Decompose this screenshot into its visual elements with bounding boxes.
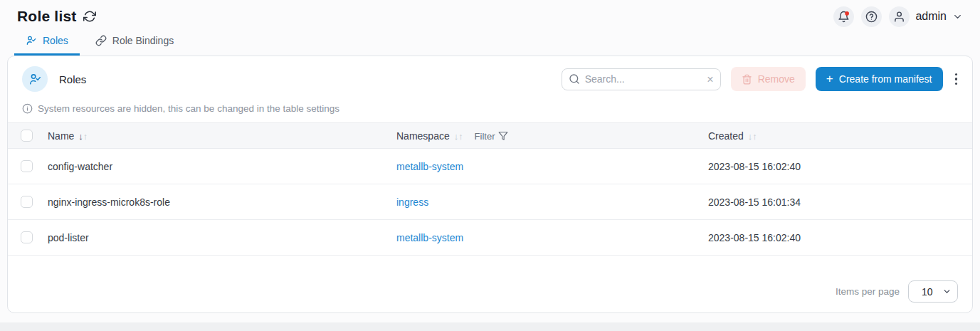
items-per-page-label: Items per page bbox=[836, 286, 900, 297]
bell-icon bbox=[838, 11, 850, 23]
create-from-manifest-button[interactable]: + Create from manifest bbox=[816, 67, 943, 91]
row-checkbox[interactable] bbox=[21, 160, 33, 172]
info-icon bbox=[22, 103, 33, 114]
search-input[interactable] bbox=[562, 68, 721, 90]
tab-roles-label: Roles bbox=[43, 35, 68, 46]
info-line: System resources are hidden, this can be… bbox=[8, 96, 972, 122]
row-checkbox[interactable] bbox=[21, 196, 33, 208]
person-check-icon bbox=[28, 73, 42, 86]
sort-icon-name[interactable]: ↓↑ bbox=[78, 131, 88, 142]
tab-roles[interactable]: Roles bbox=[14, 29, 80, 56]
plus-icon: + bbox=[826, 72, 833, 86]
namespace-link[interactable]: ingress bbox=[396, 196, 428, 208]
column-header-created[interactable]: Created↓↑ bbox=[708, 123, 972, 149]
tab-bar: Roles Role Bindings bbox=[0, 30, 980, 56]
tab-role-bindings-label: Role Bindings bbox=[112, 35, 174, 46]
page: Role list bbox=[0, 0, 980, 322]
top-bar: Role list bbox=[0, 0, 980, 30]
user-avatar bbox=[889, 6, 910, 27]
created-cell: 2023-08-15 16:01:34 bbox=[708, 184, 972, 220]
table-header-row: Name↓↑ Namespace↓↑ Filter Created↓↑ bbox=[8, 123, 972, 149]
question-icon bbox=[865, 11, 878, 23]
funnel-icon bbox=[498, 131, 508, 141]
notifications-button[interactable] bbox=[833, 6, 854, 27]
roles-icon-badge bbox=[22, 66, 48, 92]
role-name-cell: pod-lister bbox=[48, 220, 396, 256]
create-button-label: Create from manifest bbox=[839, 73, 932, 85]
column-name-label: Name bbox=[48, 130, 74, 142]
role-name-cell: nginx-ingress-microk8s-role bbox=[48, 184, 396, 220]
help-button[interactable] bbox=[861, 6, 882, 27]
search-icon bbox=[569, 73, 580, 85]
role-name-cell: config-watcher bbox=[48, 149, 396, 184]
roles-table: Name↓↑ Namespace↓↑ Filter Created↓↑ bbox=[8, 122, 972, 256]
namespace-link[interactable]: metallb-system bbox=[396, 232, 463, 243]
table-row[interactable]: config-watcher metallb-system 2023-08-15… bbox=[8, 149, 972, 184]
card-header: Roles × Remove + bbox=[8, 56, 972, 96]
namespace-filter-button[interactable]: Filter bbox=[475, 131, 509, 142]
remove-button[interactable]: Remove bbox=[731, 67, 806, 91]
clear-search-icon[interactable]: × bbox=[707, 73, 713, 85]
table-row[interactable]: pod-lister metallb-system 2023-08-15 16:… bbox=[8, 220, 972, 256]
user-menu[interactable]: admin bbox=[889, 6, 963, 27]
tab-role-bindings[interactable]: Role Bindings bbox=[84, 29, 185, 56]
sort-icon-created[interactable]: ↓↑ bbox=[748, 131, 757, 142]
page-size-select[interactable]: 10 bbox=[908, 280, 958, 303]
created-cell: 2023-08-15 16:02:40 bbox=[708, 149, 972, 184]
search-box: × bbox=[562, 68, 721, 90]
column-namespace-label: Namespace bbox=[396, 130, 450, 142]
namespace-link[interactable]: metallb-system bbox=[396, 161, 463, 172]
trash-icon bbox=[742, 74, 752, 85]
filter-label: Filter bbox=[475, 131, 495, 142]
page-size-select-wrap: 10 bbox=[908, 280, 958, 303]
remove-button-label: Remove bbox=[758, 73, 795, 85]
roles-card: Roles × Remove + bbox=[7, 56, 973, 313]
card-title: Roles bbox=[59, 73, 86, 85]
link-icon bbox=[95, 35, 107, 46]
column-header-name[interactable]: Name↓↑ bbox=[48, 123, 396, 149]
table-row[interactable]: nginx-ingress-microk8s-role ingress 2023… bbox=[8, 184, 972, 220]
refresh-button[interactable] bbox=[83, 10, 96, 23]
user-icon bbox=[893, 11, 905, 23]
person-check-icon bbox=[26, 35, 37, 46]
column-header-namespace[interactable]: Namespace↓↑ Filter bbox=[396, 123, 708, 149]
select-all-checkbox[interactable] bbox=[21, 130, 33, 142]
info-text: System resources are hidden, this can be… bbox=[38, 103, 339, 114]
user-name: admin bbox=[915, 10, 947, 23]
table-footer: Items per page 10 bbox=[8, 270, 972, 312]
chevron-down-icon bbox=[952, 11, 963, 22]
sort-icon-namespace[interactable]: ↓↑ bbox=[454, 131, 463, 142]
column-created-label: Created bbox=[708, 130, 744, 142]
refresh-icon bbox=[83, 10, 96, 23]
page-title: Role list bbox=[17, 8, 76, 25]
created-cell: 2023-08-15 16:02:40 bbox=[708, 220, 972, 256]
table-settings-kebab-button[interactable] bbox=[952, 69, 961, 90]
row-checkbox[interactable] bbox=[21, 231, 33, 243]
